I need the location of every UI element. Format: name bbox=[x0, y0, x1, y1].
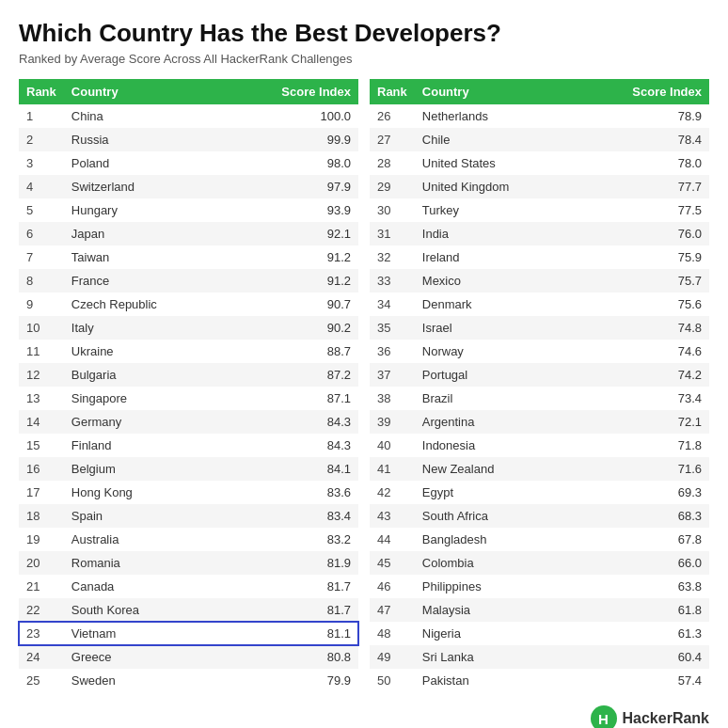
rank-cell: 46 bbox=[370, 575, 415, 598]
score-cell: 93.9 bbox=[224, 198, 358, 222]
score-cell: 91.2 bbox=[224, 269, 358, 293]
rank-cell: 50 bbox=[370, 669, 415, 692]
table-row: 39 Argentina 72.1 bbox=[370, 410, 709, 434]
right-country-header: Country bbox=[415, 79, 576, 104]
hackerrank-icon: H bbox=[591, 705, 617, 728]
rank-cell: 6 bbox=[19, 222, 64, 245]
score-cell: 98.0 bbox=[224, 151, 358, 175]
rank-cell: 34 bbox=[370, 293, 415, 316]
rank-cell: 23 bbox=[19, 622, 64, 645]
score-cell: 90.2 bbox=[224, 316, 358, 340]
subtitle: Ranked by Average Score Across All Hacke… bbox=[19, 52, 709, 66]
country-cell: United States bbox=[415, 151, 576, 175]
country-cell: France bbox=[64, 269, 224, 293]
score-cell: 76.0 bbox=[576, 222, 709, 245]
hackerrank-brand: HackerRank bbox=[623, 710, 710, 727]
rank-cell: 24 bbox=[19, 645, 64, 669]
score-cell: 74.2 bbox=[576, 363, 709, 387]
score-cell: 79.9 bbox=[224, 669, 358, 692]
country-cell: Turkey bbox=[415, 198, 576, 222]
table-row: 6 Japan 92.1 bbox=[19, 222, 358, 245]
table-row: 15 Finland 84.3 bbox=[19, 434, 358, 457]
table-row: 14 Germany 84.3 bbox=[19, 410, 358, 434]
country-cell: Chile bbox=[415, 128, 576, 151]
country-cell: India bbox=[415, 222, 576, 245]
table-row: 44 Bangladesh 67.8 bbox=[370, 528, 709, 551]
score-cell: 74.8 bbox=[576, 316, 709, 340]
rank-cell: 22 bbox=[19, 598, 64, 622]
country-cell: Bangladesh bbox=[415, 528, 576, 551]
rank-cell: 44 bbox=[370, 528, 415, 551]
score-cell: 91.2 bbox=[224, 245, 358, 269]
country-cell: Sweden bbox=[64, 669, 224, 692]
table-row: 11 Ukraine 88.7 bbox=[19, 340, 358, 363]
right-table-wrapper: Rank Country Score Index 26 Netherlands … bbox=[370, 79, 709, 692]
score-cell: 83.2 bbox=[224, 528, 358, 551]
table-row: 47 Malaysia 61.8 bbox=[370, 598, 709, 622]
rank-cell: 31 bbox=[370, 222, 415, 245]
table-row: 45 Colombia 66.0 bbox=[370, 551, 709, 575]
rank-cell: 20 bbox=[19, 551, 64, 575]
country-cell: South Africa bbox=[415, 504, 576, 528]
rank-cell: 38 bbox=[370, 387, 415, 410]
rank-cell: 2 bbox=[19, 128, 64, 151]
country-cell: Hong Kong bbox=[64, 481, 224, 504]
rank-cell: 37 bbox=[370, 363, 415, 387]
rank-cell: 29 bbox=[370, 175, 415, 198]
rank-cell: 26 bbox=[370, 104, 415, 128]
score-cell: 75.9 bbox=[576, 245, 709, 269]
hackerrank-logo: H HackerRank bbox=[591, 705, 710, 728]
rank-cell: 32 bbox=[370, 245, 415, 269]
score-cell: 81.7 bbox=[224, 575, 358, 598]
rank-cell: 1 bbox=[19, 104, 64, 128]
score-cell: 97.9 bbox=[224, 175, 358, 198]
score-cell: 81.7 bbox=[224, 598, 358, 622]
left-table: Rank Country Score Index 1 China 100.0 2… bbox=[19, 79, 358, 692]
table-row: 29 United Kingdom 77.7 bbox=[370, 175, 709, 198]
tables-container: Rank Country Score Index 1 China 100.0 2… bbox=[19, 79, 709, 692]
table-row: 7 Taiwan 91.2 bbox=[19, 245, 358, 269]
table-row: 24 Greece 80.8 bbox=[19, 645, 358, 669]
country-cell: Hungary bbox=[64, 198, 224, 222]
footer: H HackerRank bbox=[19, 705, 709, 728]
rank-cell: 35 bbox=[370, 316, 415, 340]
rank-cell: 47 bbox=[370, 598, 415, 622]
score-cell: 74.6 bbox=[576, 340, 709, 363]
country-cell: Colombia bbox=[415, 551, 576, 575]
table-row: 43 South Africa 68.3 bbox=[370, 504, 709, 528]
table-row: 4 Switzerland 97.9 bbox=[19, 175, 358, 198]
left-country-header: Country bbox=[64, 79, 224, 104]
rank-cell: 33 bbox=[370, 269, 415, 293]
left-score-header: Score Index bbox=[224, 79, 358, 104]
left-table-wrapper: Rank Country Score Index 1 China 100.0 2… bbox=[19, 79, 358, 692]
right-rank-header: Rank bbox=[370, 79, 415, 104]
country-cell: Portugal bbox=[415, 363, 576, 387]
score-cell: 84.1 bbox=[224, 457, 358, 481]
country-cell: Belgium bbox=[64, 457, 224, 481]
table-row: 2 Russia 99.9 bbox=[19, 128, 358, 151]
table-row: 13 Singapore 87.1 bbox=[19, 387, 358, 410]
country-cell: Romania bbox=[64, 551, 224, 575]
table-row: 20 Romania 81.9 bbox=[19, 551, 358, 575]
country-cell: Brazil bbox=[415, 387, 576, 410]
table-row: 19 Australia 83.2 bbox=[19, 528, 358, 551]
score-cell: 83.4 bbox=[224, 504, 358, 528]
score-cell: 71.6 bbox=[576, 457, 709, 481]
country-cell: Pakistan bbox=[415, 669, 576, 692]
country-cell: Finland bbox=[64, 434, 224, 457]
rank-cell: 43 bbox=[370, 504, 415, 528]
country-cell: Norway bbox=[415, 340, 576, 363]
rank-cell: 9 bbox=[19, 293, 64, 316]
table-row: 25 Sweden 79.9 bbox=[19, 669, 358, 692]
country-cell: Czech Republic bbox=[64, 293, 224, 316]
score-cell: 90.7 bbox=[224, 293, 358, 316]
table-row: 18 Spain 83.4 bbox=[19, 504, 358, 528]
country-cell: Denmark bbox=[415, 293, 576, 316]
rank-cell: 5 bbox=[19, 198, 64, 222]
score-cell: 67.8 bbox=[576, 528, 709, 551]
left-rank-header: Rank bbox=[19, 79, 64, 104]
rank-cell: 48 bbox=[370, 622, 415, 645]
country-cell: Philippines bbox=[415, 575, 576, 598]
score-cell: 68.3 bbox=[576, 504, 709, 528]
country-cell: Russia bbox=[64, 128, 224, 151]
